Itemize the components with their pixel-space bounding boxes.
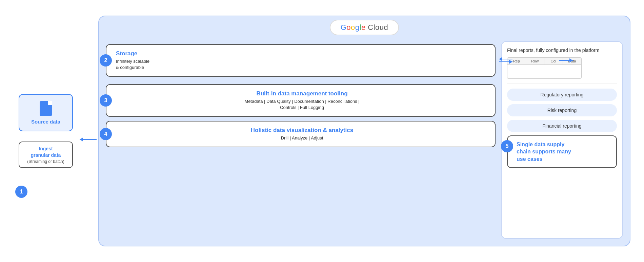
arrow-left bbox=[499, 59, 512, 59]
visualization-subtitle: Drill | Analyze | Adjust bbox=[116, 135, 488, 141]
final-reports-title: Final reports, fully configured in the p… bbox=[507, 47, 617, 54]
data-management-box: Built-in data management tooling Metadat… bbox=[106, 84, 496, 117]
main-cloud-box: Google Cloud 2 Storage Infinite bbox=[98, 16, 630, 246]
table-header-col: Col bbox=[544, 58, 563, 64]
visualization-container: 4 Holistic data visualization & analytic… bbox=[106, 121, 496, 147]
storage-subtitle: Infinitely scalable& configurable bbox=[116, 58, 488, 71]
arrow-right bbox=[499, 61, 512, 62]
main-inner: 2 Storage Infinitely scalable& configura… bbox=[106, 41, 623, 239]
data-management-container: 3 Built-in data management tooling Metad… bbox=[106, 84, 496, 117]
step2-badge: 2 bbox=[100, 54, 112, 67]
storage-title: Storage bbox=[116, 50, 488, 57]
visualization-box: Holistic data visualization & analytics … bbox=[106, 121, 496, 147]
step5-container: 5 Single data supplychain supports manyu… bbox=[507, 135, 617, 168]
risk-reporting-tag: Risk reporting bbox=[507, 104, 617, 116]
data-management-subtitle: Metadata | Data Quality | Documentation … bbox=[116, 98, 488, 111]
storage-compute-row: 2 Storage Infinitely scalable& configura… bbox=[106, 41, 496, 80]
storage-container: 2 Storage Infinitely scalable& configura… bbox=[106, 44, 496, 77]
step4-badge: 4 bbox=[100, 128, 112, 140]
google-cloud-logo: Google Cloud bbox=[341, 23, 388, 32]
google-cloud-badge: Google Cloud bbox=[330, 20, 399, 35]
table-body bbox=[507, 65, 581, 78]
step3-badge: 3 bbox=[100, 94, 112, 107]
right-panel: Final reports, fully configured in the p… bbox=[501, 41, 623, 239]
diagram-container: Source data 1 Ingestgranular data (Strea… bbox=[14, 9, 630, 253]
storage-box: Storage Infinitely scalable& configurabl… bbox=[106, 44, 496, 77]
center-column: 2 Storage Infinitely scalable& configura… bbox=[106, 41, 496, 239]
step1-badge: 1 bbox=[15, 186, 27, 198]
compute-right-arrow bbox=[559, 60, 573, 61]
divider bbox=[507, 83, 617, 84]
use-cases-title: Single data supplychain supports manyuse… bbox=[517, 141, 611, 163]
source-data-box: Source data bbox=[19, 94, 73, 131]
source-data-label: Source data bbox=[31, 119, 60, 125]
table-header-row: Row bbox=[526, 58, 545, 64]
file-icon bbox=[40, 101, 52, 116]
use-cases-box: Single data supplychain supports manyuse… bbox=[507, 135, 617, 168]
visualization-title: Holistic data visualization & analytics bbox=[116, 127, 488, 134]
ingest-box: Ingestgranular data (Streaming or batch) bbox=[19, 142, 73, 168]
regulatory-reporting-tag: Regulatory reporting bbox=[507, 89, 617, 101]
step5-badge: 5 bbox=[501, 140, 513, 152]
left-section: Source data 1 Ingestgranular data (Strea… bbox=[14, 94, 78, 168]
ingest-label: Ingestgranular data bbox=[24, 146, 67, 158]
left-to-main-arrow bbox=[78, 122, 98, 140]
financial-reporting-tag: Financial reporting bbox=[507, 120, 617, 132]
ingest-sublabel: (Streaming or batch) bbox=[24, 159, 67, 164]
data-management-title: Built-in data management tooling bbox=[116, 90, 488, 97]
